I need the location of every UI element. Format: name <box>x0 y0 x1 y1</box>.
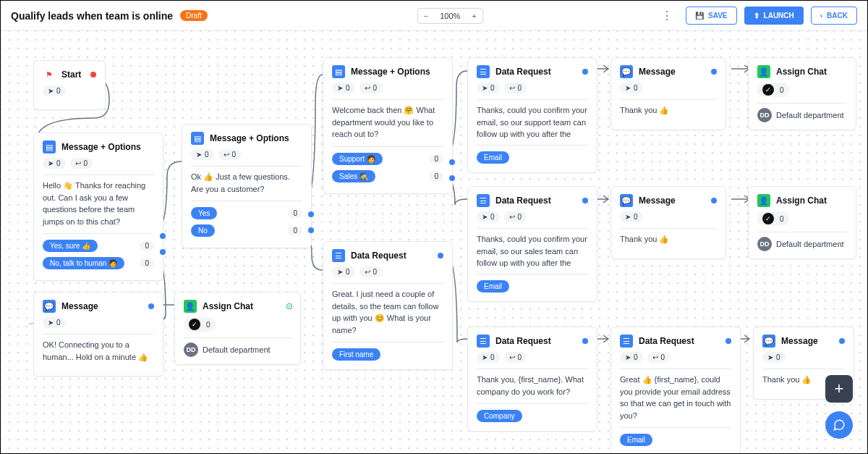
node-message-3[interactable]: 💬Message ➤ 0 Thank you 👍 <box>610 186 726 259</box>
zoom-control: − 100% + <box>417 8 483 24</box>
back-button[interactable]: ‹ BACK <box>811 7 857 25</box>
send-icon: ➤ <box>48 87 54 95</box>
node-message-2[interactable]: 💬Message ➤ 0 Thank you 👍 <box>610 57 726 130</box>
output-port[interactable] <box>90 72 96 77</box>
message-options-icon: ▤ <box>191 132 204 145</box>
message-options-icon: ▤ <box>332 65 345 78</box>
output-port[interactable] <box>160 249 166 255</box>
department-avatar: DD <box>757 237 772 251</box>
node-data-request-2[interactable]: ☰Data Request ➤ 0↩ 0 Thanks, could you c… <box>467 57 597 173</box>
output-port[interactable] <box>711 198 717 203</box>
output-port[interactable] <box>449 159 455 165</box>
assign-icon: 👤 <box>757 65 770 78</box>
output-port[interactable] <box>449 175 455 181</box>
header: Qualify leads when team is online Draft … <box>1 1 867 31</box>
zoom-out-button[interactable]: − <box>418 9 434 23</box>
add-node-button[interactable]: + <box>825 375 853 403</box>
department-avatar: DD <box>184 342 198 357</box>
node-data-request-3[interactable]: ☰Data Request ➤ 0↩ 0 Thanks, could you c… <box>467 186 597 302</box>
data-icon: ☰ <box>477 65 490 78</box>
chevron-left-icon: ‹ <box>820 12 822 20</box>
output-port[interactable] <box>582 69 588 75</box>
launch-icon: ⬆ <box>754 12 760 20</box>
more-menu-icon[interactable]: ⋮ <box>655 9 678 22</box>
zoom-in-button[interactable]: + <box>466 9 482 23</box>
flow-canvas[interactable]: ⚑ Start ➤0 ▤Message + Options ➤ 0↩ 0 Hel… <box>1 31 867 453</box>
save-icon: 💾 <box>695 12 704 20</box>
zoom-level: 100% <box>434 9 466 23</box>
message-icon: 💬 <box>620 194 633 207</box>
node-start[interactable]: ⚑ Start ➤0 <box>33 60 106 110</box>
node-message-options-2[interactable]: ▤Message + Options ➤ 0↩ 0 Ok 👍 Just a fe… <box>182 124 312 248</box>
output-port[interactable] <box>160 233 166 239</box>
output-port[interactable] <box>839 338 845 344</box>
message-options-icon: ▤ <box>43 140 56 154</box>
node-message-1[interactable]: 💬Message ➤ 0 OK! Connecting you to a hum… <box>33 292 163 377</box>
status-badge: Draft <box>180 10 208 21</box>
chat-widget-button[interactable] <box>825 411 853 439</box>
node-message-options-1[interactable]: ▤Message + Options ➤ 0↩ 0 Hello 👋 Thanks… <box>33 133 163 281</box>
data-icon: ☰ <box>620 335 633 348</box>
node-data-request-4[interactable]: ☰Data Request ➤ 0↩ 0 Thank you, {first_n… <box>467 327 597 432</box>
output-port[interactable] <box>582 338 588 344</box>
node-assign-chat-1[interactable]: 👤Assign Chat ✓0 DDDefault department <box>174 292 301 365</box>
data-icon: ☰ <box>477 335 490 348</box>
output-port[interactable] <box>308 227 314 233</box>
data-icon: ☰ <box>477 194 490 207</box>
assign-icon: 👤 <box>757 194 770 207</box>
output-port[interactable] <box>438 253 443 258</box>
department-avatar: DD <box>757 108 772 122</box>
node-data-request-1[interactable]: ☰Data Request ➤ 0↩ 0 Great. I just need … <box>323 241 453 370</box>
node-data-request-5[interactable]: ☰Data Request ➤ 0↩ 0 Great 👍 {first_name… <box>610 327 741 454</box>
message-icon: 💬 <box>43 300 56 313</box>
output-port[interactable] <box>287 304 292 308</box>
output-port[interactable] <box>148 303 154 309</box>
node-assign-chat-2[interactable]: 👤Assign Chat ✓0 DDDefault department <box>748 57 856 130</box>
output-port[interactable] <box>582 198 588 203</box>
output-port[interactable] <box>711 69 717 75</box>
node-message-options-3[interactable]: ▤Message + Options ➤ 0↩ 0 Welcome back t… <box>323 57 453 194</box>
assign-icon: 👤 <box>184 300 197 313</box>
node-assign-chat-3[interactable]: 👤Assign Chat ✓0 DDDefault department <box>748 186 856 259</box>
page-title: Qualify leads when team is online <box>11 10 173 22</box>
flag-icon: ⚑ <box>43 68 56 81</box>
output-port[interactable] <box>726 338 731 344</box>
save-button[interactable]: 💾 SAVE <box>686 7 737 25</box>
data-icon: ☰ <box>332 249 345 262</box>
output-port[interactable] <box>308 211 314 217</box>
message-icon: 💬 <box>620 65 633 78</box>
message-icon: 💬 <box>762 335 775 348</box>
launch-button[interactable]: ⬆ LAUNCH <box>744 7 804 25</box>
